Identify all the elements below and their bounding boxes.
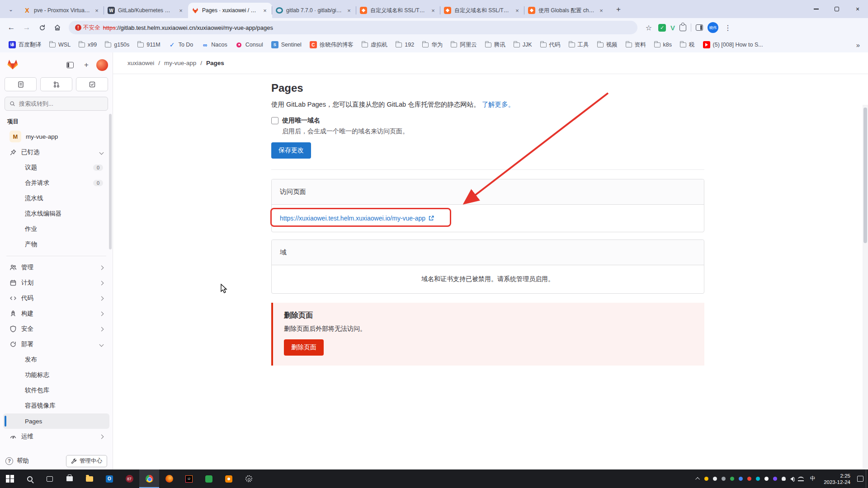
remove-pages-button[interactable]: 删除页面 xyxy=(284,339,324,356)
browser-profile-avatar[interactable]: 晓伟 xyxy=(708,22,718,33)
unique-domain-checkbox[interactable] xyxy=(271,117,278,124)
new-tab-button[interactable]: + xyxy=(612,3,625,16)
sidebar-item-operate[interactable]: 运维 xyxy=(3,429,109,444)
reload-button[interactable] xyxy=(35,21,49,34)
tab-jh-docs-1[interactable]: 自定义域名和 SSL/TLS 证书 | 极 × xyxy=(356,3,440,18)
bookmark-folder[interactable]: 税 xyxy=(677,39,698,51)
outlook-icon[interactable]: O xyxy=(99,469,119,488)
sidebar-search-input[interactable]: 搜索或转到... xyxy=(5,97,108,111)
window-close-button[interactable]: × xyxy=(847,0,868,18)
screen-recorder-icon[interactable] xyxy=(219,469,239,488)
taskbar-clock[interactable]: 2:25 2023-12-24 xyxy=(819,473,855,485)
tray-icon[interactable] xyxy=(728,469,736,488)
sidebar-item-releases[interactable]: 发布 xyxy=(3,352,109,367)
bookmark-folder[interactable]: JJK xyxy=(510,40,535,50)
bookmark-star-icon[interactable]: ☆ xyxy=(644,23,654,33)
tray-icon[interactable] xyxy=(736,469,745,488)
tab-close-icon[interactable]: × xyxy=(345,7,353,14)
settings-gear-icon[interactable] xyxy=(239,469,259,488)
taskbar-search-icon[interactable] xyxy=(20,469,40,488)
onedrive-cloud-icon[interactable] xyxy=(779,469,788,488)
adblock-extension-icon[interactable]: ✓ xyxy=(658,24,666,32)
vue-devtools-extension-icon[interactable]: V xyxy=(670,24,675,32)
show-desktop-button[interactable] xyxy=(866,469,868,488)
security-status[interactable]: ! 不安全 xyxy=(75,24,100,32)
sidebar-item-artifacts[interactable]: 产物 xyxy=(3,237,109,252)
sidebar-item-plan[interactable]: 计划 xyxy=(3,275,109,291)
side-panel-icon[interactable] xyxy=(696,24,703,31)
todo-shortcut-button[interactable] xyxy=(76,77,108,91)
extensions-puzzle-icon[interactable] xyxy=(679,24,686,31)
sidebar-item-package-registry[interactable]: 软件包库 xyxy=(3,383,109,398)
bookmark-folder[interactable]: k8s xyxy=(651,40,675,50)
page-scrollbar[interactable] xyxy=(863,105,868,488)
create-new-button[interactable]: + xyxy=(80,59,93,71)
sidebar-item-code[interactable]: 代码 xyxy=(3,291,109,306)
help-link[interactable]: 帮助 xyxy=(17,457,29,465)
bookmark-folder[interactable]: 视频 xyxy=(594,39,621,51)
bookmark-folder[interactable]: 911M xyxy=(134,40,163,50)
tray-icon[interactable] xyxy=(771,469,779,488)
tab-search-chevron-icon[interactable]: ⌄ xyxy=(5,3,17,16)
sidebar-item-deploy[interactable]: 部署 xyxy=(3,337,109,352)
gitlab-logo[interactable] xyxy=(6,58,19,72)
tray-icon[interactable] xyxy=(719,469,728,488)
bookmark-folder[interactable]: 资料 xyxy=(623,39,649,51)
tab-gitlab-pages-active[interactable]: Pages · xuxiaowei / my-vue-a × xyxy=(188,3,272,18)
bookmark-folder[interactable]: 代码 xyxy=(537,39,564,51)
intellij-idea-icon[interactable]: IJ xyxy=(179,469,199,488)
hidden-icons-chevron[interactable] xyxy=(694,469,702,488)
bookmark-folder[interactable]: 192 xyxy=(392,40,417,50)
bookmark-item[interactable]: (5) [008] How to S... xyxy=(700,39,766,50)
tray-icon[interactable] xyxy=(702,469,711,488)
firefox-taskbar-icon[interactable] xyxy=(159,469,179,488)
network-icon[interactable] xyxy=(796,469,806,488)
bookmark-folder[interactable]: g150s xyxy=(102,40,132,50)
tray-icon[interactable] xyxy=(745,469,754,488)
tab-close-icon[interactable]: × xyxy=(261,7,269,14)
window-maximize-button[interactable] xyxy=(826,0,847,18)
bookmark-item[interactable]: ✓To Do xyxy=(165,39,197,50)
bookmark-folder[interactable]: 工具 xyxy=(566,39,592,51)
sidebar-item-pages[interactable]: Pages xyxy=(3,413,109,429)
bookmark-folder[interactable]: 虚拟机 xyxy=(359,39,391,51)
tab-gitlab-repo[interactable]: gitlab 7.7.0 · gitlab/gitlab × xyxy=(272,3,356,18)
chrome-taskbar-icon[interactable] xyxy=(139,469,159,488)
admin-area-button[interactable]: 管理中心 xyxy=(66,455,107,467)
microsoft-store-icon[interactable] xyxy=(60,469,80,488)
sidebar-item-pipelines[interactable]: 流水线 xyxy=(3,191,109,206)
tab-close-icon[interactable]: × xyxy=(598,7,605,14)
action-center-icon[interactable] xyxy=(855,469,866,488)
sidebar-toggle-icon[interactable] xyxy=(64,59,76,71)
save-changes-button[interactable]: 保存更改 xyxy=(271,142,311,159)
sidebar-item-pinned[interactable]: 已钉选 xyxy=(3,145,109,160)
sidebar-item-merge-requests[interactable]: 合并请求 0 xyxy=(3,175,109,191)
tab-close-icon[interactable]: × xyxy=(177,7,184,14)
browser-menu-icon[interactable]: ⋮ xyxy=(723,23,733,33)
pages-site-link[interactable]: https://xuxiaowei.test.helm.xuxiaowei.io… xyxy=(280,215,434,222)
tab-jh-docs-2[interactable]: 自定义域名和 SSL/TLS 证书 | 极 × xyxy=(440,3,524,18)
bookmark-item[interactable]: Consul xyxy=(232,39,266,50)
window-minimize-button[interactable] xyxy=(806,0,826,18)
task-view-icon[interactable] xyxy=(40,469,60,488)
sidebar-item-build[interactable]: 构建 xyxy=(3,306,109,321)
address-bar[interactable]: ! 不安全 https://gitlab.test.helm.xuxiaowei… xyxy=(69,21,637,34)
breadcrumb-project-link[interactable]: my-vue-app xyxy=(164,60,196,66)
home-button[interactable] xyxy=(51,21,64,34)
sidebar-item-secure[interactable]: 安全 xyxy=(3,321,109,337)
bookmark-folder[interactable]: 腾讯 xyxy=(482,39,509,51)
tab-proxmox[interactable]: X pve - Proxmox Virtual Enviro × xyxy=(20,3,104,18)
sidebar-item-issues[interactable]: 议题 0 xyxy=(3,160,109,175)
green-app-icon[interactable] xyxy=(199,469,219,488)
sidebar-project-context[interactable]: M my-vue-app xyxy=(3,128,109,145)
bookmarks-overflow-chevron[interactable]: » xyxy=(856,41,863,49)
monitor-badge-icon[interactable]: 87 xyxy=(119,469,139,488)
merge-requests-shortcut-button[interactable] xyxy=(40,77,72,91)
tab-wiki[interactable]: W GitLab/Kubernetes 知识库 × xyxy=(104,3,188,18)
tab-close-icon[interactable]: × xyxy=(93,7,100,14)
issues-shortcut-button[interactable] xyxy=(5,77,37,91)
user-avatar[interactable] xyxy=(96,59,108,71)
tab-close-icon[interactable]: × xyxy=(514,7,521,14)
tab-close-icon[interactable]: × xyxy=(429,7,437,14)
sidebar-item-jobs[interactable]: 作业 xyxy=(3,221,109,237)
